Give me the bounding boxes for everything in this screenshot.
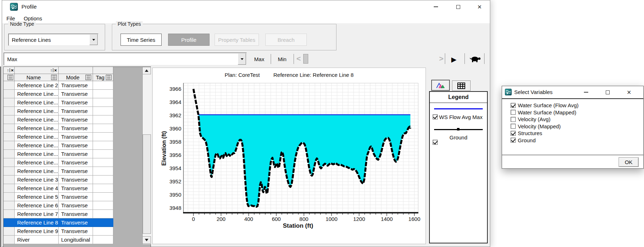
profile-combobox[interactable]: Max (4, 53, 247, 65)
table-cell[interactable]: Transverse (59, 107, 93, 115)
table-row[interactable]: Reference Line 7Transverse (4, 210, 113, 218)
table-cell[interactable]: Reference Line... (15, 98, 59, 107)
row-header-menu[interactable] (4, 74, 15, 81)
row-header-cell[interactable] (4, 218, 15, 227)
table-cell[interactable]: Reference Line... (15, 150, 59, 158)
dialog-minimize-button[interactable] (579, 86, 593, 98)
table-cell[interactable] (93, 90, 113, 98)
row-header-cell[interactable] (4, 201, 15, 210)
table-cell[interactable] (93, 210, 113, 218)
table-cell[interactable]: Reference Line... (15, 167, 59, 176)
legend-checkbox-ws[interactable] (433, 114, 438, 119)
row-header-cell[interactable] (4, 141, 15, 150)
table-row[interactable]: Reference Line...Transverse (4, 107, 113, 115)
table-cell[interactable]: Reference Line 6 (15, 201, 59, 210)
dialog-close-button[interactable]: × (622, 86, 636, 98)
table-row[interactable]: RiverLongitudinal (4, 236, 113, 244)
table-row[interactable]: Reference Line 9Transverse (4, 227, 113, 236)
row-header-cell[interactable] (4, 193, 15, 201)
table-cell[interactable] (93, 184, 113, 193)
table-row[interactable]: Reference Line...Transverse (4, 115, 113, 124)
ok-button[interactable]: OK (619, 157, 639, 167)
table-cell[interactable] (93, 124, 113, 133)
table-cell[interactable] (93, 158, 113, 167)
table-cell[interactable] (93, 167, 113, 176)
table-row[interactable]: Reference Line...Transverse (4, 133, 113, 141)
table-cell[interactable]: Reference Line... (15, 141, 59, 150)
tab-plot-view[interactable] (431, 80, 450, 91)
tab-table-view[interactable] (452, 80, 471, 91)
table-cell[interactable]: Transverse (59, 167, 93, 176)
table-cell[interactable]: Transverse (59, 227, 93, 236)
scrollbar-thumb[interactable] (143, 134, 151, 234)
row-header-cell[interactable] (4, 167, 15, 176)
table-cell[interactable]: Reference Line 7 (15, 210, 59, 218)
table-row[interactable]: Reference Line 2Transverse (4, 81, 113, 90)
table-cell[interactable]: Reference Line... (15, 90, 59, 98)
variable-checkbox[interactable] (511, 117, 516, 122)
table-row[interactable]: Reference Line 4Transverse (4, 184, 113, 193)
table-cell[interactable] (93, 81, 113, 90)
table-cell[interactable] (93, 133, 113, 141)
plot-type-profile[interactable]: Profile (168, 34, 210, 46)
table-cell[interactable] (93, 150, 113, 158)
table-row[interactable]: Reference Line...Transverse (4, 141, 113, 150)
row-header-cell[interactable] (4, 98, 15, 107)
row-header-cell[interactable] (4, 210, 15, 218)
row-header-cell[interactable] (4, 81, 15, 90)
scroll-down-button[interactable] (142, 236, 151, 244)
table-cell[interactable]: Reference Line 9 (15, 227, 59, 236)
table-cell[interactable]: Transverse (59, 150, 93, 158)
table-row[interactable]: Reference Line 6Transverse (4, 201, 113, 210)
table-cell[interactable] (93, 141, 113, 150)
dialog-maximize-button[interactable] (600, 86, 615, 98)
row-header-cell[interactable] (4, 150, 15, 158)
column-header-name[interactable]: Name (15, 74, 59, 81)
table-cell[interactable]: Reference Line 5 (15, 193, 59, 201)
table-cell[interactable] (93, 227, 113, 236)
table-cell[interactable]: Reference Line 3 (15, 176, 59, 184)
row-header-cell[interactable] (4, 236, 15, 244)
table-cell[interactable]: Transverse (59, 176, 93, 184)
column-header-tag[interactable]: Tag (93, 74, 113, 81)
table-cell[interactable]: Reference Line... (15, 124, 59, 133)
table-cell[interactable]: Transverse (59, 133, 93, 141)
scroll-up-button[interactable] (142, 67, 151, 74)
table-cell[interactable]: Transverse (59, 210, 93, 218)
menu-options[interactable]: Options (24, 15, 42, 21)
table-cell[interactable]: Transverse (59, 81, 93, 90)
table-corner-header[interactable]: ↑× (4, 67, 15, 74)
name-column-sort-header[interactable]: ↑× (15, 67, 59, 74)
row-header-cell[interactable] (4, 115, 15, 124)
scroll-thumb[interactable] (303, 54, 308, 64)
table-cell[interactable]: Longitudinal (59, 236, 93, 244)
table-row[interactable]: Reference Line...Transverse (4, 167, 113, 176)
legend-checkbox-ground[interactable] (433, 140, 438, 145)
row-header-cell[interactable] (4, 107, 15, 115)
table-row[interactable]: Reference Line...Transverse (4, 98, 113, 107)
table-cell[interactable]: Transverse (59, 193, 93, 201)
table-cell[interactable]: Transverse (59, 124, 93, 133)
table-cell[interactable] (93, 176, 113, 184)
plot-type-time-series[interactable]: Time Series (121, 34, 162, 46)
table-cell[interactable]: Transverse (59, 141, 93, 150)
node-type-dropdown-button[interactable] (89, 34, 98, 45)
node-type-combobox[interactable]: Reference Lines (8, 34, 98, 46)
table-cell[interactable]: Reference Line... (15, 158, 59, 167)
table-cell[interactable] (93, 236, 113, 244)
min-button[interactable]: Min (271, 53, 293, 65)
maximize-button[interactable] (450, 0, 466, 13)
variable-checkbox[interactable] (511, 124, 516, 129)
table-row[interactable]: Reference Line...Transverse (4, 124, 113, 133)
play-animation-button[interactable]: ▶ (451, 55, 457, 64)
table-cell[interactable]: Transverse (59, 184, 93, 193)
chevron-left-icon[interactable]: < (296, 54, 301, 63)
chevron-right-icon[interactable]: > (439, 54, 443, 63)
table-cell[interactable] (93, 115, 113, 124)
table-cell[interactable]: Transverse (59, 158, 93, 167)
table-cell[interactable]: Reference Line 8 (15, 218, 59, 227)
row-header-cell[interactable] (4, 227, 15, 236)
table-cell[interactable]: Reference Line 4 (15, 184, 59, 193)
table-cell[interactable]: Transverse (59, 115, 93, 124)
table-cell[interactable]: Reference Line... (15, 107, 59, 115)
